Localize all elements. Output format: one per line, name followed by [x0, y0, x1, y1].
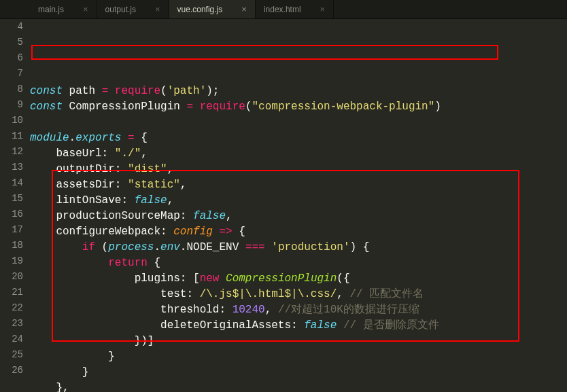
- code-token: (: [95, 241, 108, 253]
- code-token: 'path': [167, 85, 207, 97]
- code-token: //对超过10K的数据进行压缩: [278, 304, 419, 316]
- code-token: plugins: [: [30, 272, 200, 285]
- code-area[interactable]: 4567891011121314151617181920212223242526…: [0, 19, 567, 392]
- code-token: threshold:: [30, 304, 233, 316]
- code-token: require: [200, 101, 245, 113]
- code-token: =: [102, 85, 115, 97]
- line-number: 24: [0, 332, 30, 347]
- code-token: 'production': [271, 241, 349, 253]
- code-token: },: [30, 382, 69, 392]
- code-line[interactable]: outputDir: "dist",: [30, 162, 567, 177]
- close-icon[interactable]: ×: [320, 4, 326, 14]
- code-token: false: [304, 319, 337, 332]
- code-line[interactable]: const path = require('path');: [30, 84, 567, 99]
- line-number: 15: [0, 191, 30, 207]
- code-token: env: [160, 241, 180, 253]
- code-token: "./": [115, 147, 141, 160]
- code-token: // 是否删除原文件: [343, 319, 439, 332]
- code-line[interactable]: lintOnSave: false,: [30, 193, 567, 209]
- line-number: 8: [0, 82, 30, 97]
- code-editor: main.js×output.js×vue.config.js×index.ht…: [0, 0, 567, 392]
- highlight-box-1: [31, 45, 498, 60]
- code-token: test:: [30, 288, 200, 300]
- line-number: 18: [0, 238, 30, 253]
- code-line[interactable]: assetsDir: "static",: [30, 177, 567, 193]
- code-token: const: [30, 85, 69, 97]
- code-token: [30, 257, 108, 269]
- code-line[interactable]: [30, 115, 567, 130]
- code-line[interactable]: }: [30, 365, 567, 380]
- code-token: {: [148, 257, 160, 269]
- close-icon[interactable]: ×: [155, 4, 160, 14]
- code-token: [121, 132, 128, 144]
- code-line[interactable]: deleteOriginalAssets: false // 是否删除原文件: [30, 318, 567, 334]
- code-token: [265, 241, 272, 253]
- code-line[interactable]: [30, 68, 567, 84]
- line-number: 10: [0, 113, 30, 128]
- code-token: ,: [167, 194, 174, 207]
- code-token: ,: [226, 210, 233, 222]
- tabs-bar: main.js×output.js×vue.config.js×index.ht…: [0, 0, 567, 19]
- tab-label: index.html: [264, 5, 301, 14]
- code-token: "static": [128, 179, 180, 191]
- code-token: ({: [337, 272, 349, 285]
- code-line[interactable]: }: [30, 349, 567, 365]
- code-token: ,: [141, 147, 148, 160]
- code-line[interactable]: })]: [30, 334, 567, 349]
- close-icon[interactable]: ×: [241, 4, 247, 14]
- tab-label: main.js: [38, 5, 64, 14]
- line-number: 7: [0, 66, 30, 82]
- line-number: 26: [0, 363, 30, 378]
- code-line[interactable]: return {: [30, 255, 567, 271]
- line-number: 11: [0, 128, 30, 144]
- line-number: 14: [0, 175, 30, 191]
- code-token: outputDir:: [30, 163, 128, 175]
- code-token: new: [200, 272, 220, 285]
- line-number: 17: [0, 222, 30, 238]
- line-number: 4: [0, 19, 30, 35]
- code-line[interactable]: },: [30, 380, 567, 392]
- code-token: =: [128, 132, 135, 144]
- code-token: ): [434, 101, 441, 113]
- code-line[interactable]: test: /\.js$|\.html$|\.css/, // 匹配文件名: [30, 287, 567, 302]
- line-number: 19: [0, 253, 30, 269]
- code-token: CompressionPlugin: [69, 101, 187, 113]
- code-line[interactable]: module.exports = {: [30, 130, 567, 146]
- close-icon[interactable]: ×: [83, 4, 88, 14]
- code-line[interactable]: plugins: [new CompressionPlugin({: [30, 271, 567, 287]
- code-token: =>: [219, 226, 232, 238]
- code-line[interactable]: if (process.env.NODE_ENV === 'production…: [30, 240, 567, 255]
- tab[interactable]: index.html×: [256, 0, 334, 18]
- code-token: 10240: [233, 304, 265, 316]
- code-line[interactable]: productionSourceMap: false,: [30, 209, 567, 224]
- code-token: /\.js$|\.html$|\.css/: [200, 288, 337, 300]
- line-number: 21: [0, 285, 30, 300]
- code-line[interactable]: threshold: 10240, //对超过10K的数据进行压缩: [30, 302, 567, 318]
- tab[interactable]: output.js×: [97, 0, 169, 18]
- code-token: if: [82, 241, 95, 253]
- code-token: ,: [180, 179, 187, 191]
- code-token: config: [173, 226, 213, 238]
- line-number: 22: [0, 300, 30, 316]
- code-line[interactable]: const CompressionPlugin = require("compr…: [30, 99, 567, 115]
- line-number: 13: [0, 160, 30, 175]
- code-token: deleteOriginalAssets:: [30, 319, 304, 332]
- code-token: productionSourceMap:: [30, 210, 193, 222]
- code-token: lintOnSave:: [30, 194, 135, 207]
- code-token: [213, 226, 220, 238]
- code-token: return: [108, 257, 148, 269]
- code-token: {: [233, 226, 245, 238]
- code-content[interactable]: const path = require('path');const Compr…: [30, 19, 567, 392]
- tab[interactable]: vue.config.js×: [169, 0, 256, 18]
- tab[interactable]: main.js×: [30, 0, 97, 18]
- code-token: {: [135, 132, 148, 144]
- code-token: .: [154, 241, 160, 253]
- code-token: ,: [265, 304, 278, 316]
- code-line[interactable]: baseUrl: "./",: [30, 146, 567, 162]
- code-token: })]: [30, 335, 154, 347]
- code-line[interactable]: configureWebpack: config => {: [30, 224, 567, 240]
- tab-label: output.js: [105, 5, 136, 14]
- code-token: path: [69, 85, 102, 97]
- code-token: [337, 319, 343, 332]
- line-number: 9: [0, 97, 30, 113]
